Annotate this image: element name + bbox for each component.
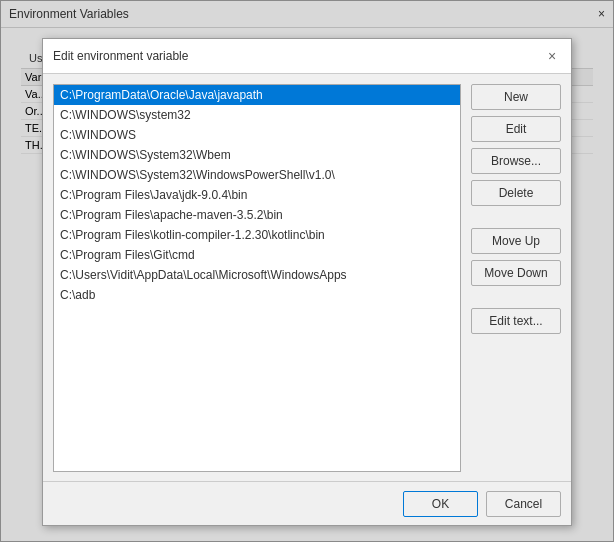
list-item[interactable]: C:\WINDOWS\system32	[54, 105, 460, 125]
new-button[interactable]: New	[471, 84, 561, 110]
list-item[interactable]: C:\WINDOWS	[54, 125, 460, 145]
list-item[interactable]: C:\adb	[54, 285, 460, 305]
edit-button[interactable]: Edit	[471, 116, 561, 142]
ok-button[interactable]: OK	[403, 491, 478, 517]
list-item[interactable]: C:\Program Files\kotlin-compiler-1.2.30\…	[54, 225, 460, 245]
list-item[interactable]: C:\Program Files\apache-maven-3.5.2\bin	[54, 205, 460, 225]
buttons-panel: New Edit Browse... Delete Move Up Move D…	[471, 84, 561, 472]
list-item[interactable]: C:\Program Files\Git\cmd	[54, 245, 460, 265]
dialog-titlebar: Edit environment variable ×	[43, 39, 571, 74]
list-item[interactable]: C:\WINDOWS\System32\Wbem	[54, 145, 460, 165]
list-item[interactable]: C:\Users\Vidit\AppData\Local\Microsoft\W…	[54, 265, 460, 285]
btn-spacer-1	[471, 212, 561, 222]
list-item[interactable]: C:\ProgramData\Oracle\Java\javapath	[54, 85, 460, 105]
move-up-button[interactable]: Move Up	[471, 228, 561, 254]
list-item[interactable]: C:\Program Files\Java\jdk-9.0.4\bin	[54, 185, 460, 205]
cancel-button[interactable]: Cancel	[486, 491, 561, 517]
edit-text-button[interactable]: Edit text...	[471, 308, 561, 334]
dialog-close-button[interactable]: ×	[543, 47, 561, 65]
delete-button[interactable]: Delete	[471, 180, 561, 206]
env-listbox[interactable]: C:\ProgramData\Oracle\Java\javapathC:\WI…	[53, 84, 461, 472]
move-down-button[interactable]: Move Down	[471, 260, 561, 286]
btn-spacer-2	[471, 292, 561, 302]
list-item[interactable]: C:\WINDOWS\System32\WindowsPowerShell\v1…	[54, 165, 460, 185]
browse-button[interactable]: Browse...	[471, 148, 561, 174]
dialog-footer: OK Cancel	[43, 481, 571, 525]
dialog-body: C:\ProgramData\Oracle\Java\javapathC:\WI…	[43, 74, 571, 482]
list-container: C:\ProgramData\Oracle\Java\javapathC:\WI…	[53, 84, 461, 472]
edit-env-dialog: Edit environment variable × C:\ProgramDa…	[42, 38, 572, 526]
dialog-title: Edit environment variable	[53, 49, 188, 63]
